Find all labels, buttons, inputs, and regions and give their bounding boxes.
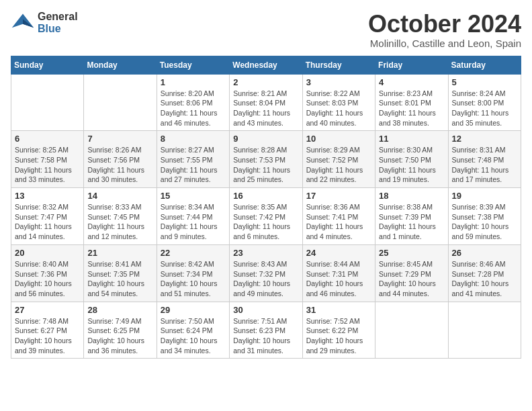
day-number: 31 — [306, 305, 371, 315]
calendar-cell — [375, 302, 448, 359]
day-number: 13 — [15, 191, 80, 201]
day-number: 3 — [306, 77, 371, 87]
day-number: 17 — [306, 191, 371, 201]
weekday-header: Saturday — [448, 56, 521, 74]
calendar-cell: 16Sunrise: 8:35 AM Sunset: 7:42 PM Dayli… — [230, 188, 302, 245]
calendar-week-row: 27Sunrise: 7:48 AM Sunset: 6:27 PM Dayli… — [11, 302, 521, 359]
day-info: Sunrise: 8:45 AM Sunset: 7:29 PM Dayligh… — [379, 259, 444, 299]
day-info: Sunrise: 7:49 AM Sunset: 6:25 PM Dayligh… — [87, 316, 152, 356]
day-number: 18 — [379, 191, 444, 201]
day-number: 14 — [87, 191, 152, 201]
calendar-week-row: 6Sunrise: 8:25 AM Sunset: 7:58 PM Daylig… — [11, 131, 521, 188]
day-info: Sunrise: 8:30 AM Sunset: 7:50 PM Dayligh… — [379, 145, 444, 185]
day-info: Sunrise: 8:39 AM Sunset: 7:38 PM Dayligh… — [452, 202, 517, 242]
day-number: 1 — [161, 77, 226, 87]
calendar-cell: 6Sunrise: 8:25 AM Sunset: 7:58 PM Daylig… — [11, 131, 84, 188]
calendar-cell: 12Sunrise: 8:31 AM Sunset: 7:48 PM Dayli… — [448, 131, 521, 188]
day-number: 24 — [306, 248, 371, 258]
calendar-cell: 15Sunrise: 8:34 AM Sunset: 7:44 PM Dayli… — [157, 188, 229, 245]
day-info: Sunrise: 8:31 AM Sunset: 7:48 PM Dayligh… — [452, 145, 517, 185]
calendar-cell: 8Sunrise: 8:27 AM Sunset: 7:55 PM Daylig… — [157, 131, 229, 188]
calendar-cell: 29Sunrise: 7:50 AM Sunset: 6:24 PM Dayli… — [157, 302, 229, 359]
day-number: 12 — [452, 134, 517, 144]
day-number: 26 — [452, 248, 517, 258]
calendar-cell: 21Sunrise: 8:41 AM Sunset: 7:35 PM Dayli… — [84, 244, 157, 302]
day-info: Sunrise: 8:42 AM Sunset: 7:34 PM Dayligh… — [161, 259, 226, 299]
day-info: Sunrise: 8:38 AM Sunset: 7:39 PM Dayligh… — [379, 202, 444, 242]
calendar-cell: 18Sunrise: 8:38 AM Sunset: 7:39 PM Dayli… — [375, 188, 448, 245]
calendar-cell: 13Sunrise: 8:32 AM Sunset: 7:47 PM Dayli… — [11, 188, 84, 245]
day-info: Sunrise: 8:29 AM Sunset: 7:52 PM Dayligh… — [306, 145, 371, 185]
day-number: 21 — [87, 248, 152, 258]
calendar-cell: 30Sunrise: 7:51 AM Sunset: 6:23 PM Dayli… — [230, 302, 302, 359]
day-number: 28 — [87, 305, 152, 315]
day-info: Sunrise: 8:44 AM Sunset: 7:31 PM Dayligh… — [306, 259, 371, 299]
day-info: Sunrise: 8:28 AM Sunset: 7:53 PM Dayligh… — [233, 145, 298, 185]
day-number: 20 — [15, 248, 80, 258]
calendar-cell: 2Sunrise: 8:21 AM Sunset: 8:04 PM Daylig… — [230, 74, 302, 131]
day-info: Sunrise: 7:50 AM Sunset: 6:24 PM Dayligh… — [161, 316, 226, 356]
calendar-cell — [448, 302, 521, 359]
calendar-week-row: 20Sunrise: 8:40 AM Sunset: 7:36 PM Dayli… — [11, 244, 521, 302]
day-number: 23 — [233, 248, 298, 258]
day-info: Sunrise: 8:32 AM Sunset: 7:47 PM Dayligh… — [15, 202, 80, 242]
header-row: SundayMondayTuesdayWednesdayThursdayFrid… — [11, 56, 521, 74]
day-number: 6 — [15, 134, 80, 144]
calendar-cell: 27Sunrise: 7:48 AM Sunset: 6:27 PM Dayli… — [11, 302, 84, 359]
day-number: 27 — [15, 305, 80, 315]
calendar-cell: 23Sunrise: 8:43 AM Sunset: 7:32 PM Dayli… — [230, 244, 302, 302]
day-info: Sunrise: 8:21 AM Sunset: 8:04 PM Dayligh… — [233, 89, 298, 128]
calendar-cell: 19Sunrise: 8:39 AM Sunset: 7:38 PM Dayli… — [448, 188, 521, 245]
day-info: Sunrise: 8:22 AM Sunset: 8:03 PM Dayligh… — [306, 89, 371, 128]
day-info: Sunrise: 8:33 AM Sunset: 7:45 PM Dayligh… — [87, 202, 152, 242]
day-info: Sunrise: 8:20 AM Sunset: 8:06 PM Dayligh… — [161, 89, 226, 128]
day-info: Sunrise: 7:51 AM Sunset: 6:23 PM Dayligh… — [233, 316, 298, 356]
day-number: 7 — [87, 134, 152, 144]
weekday-header: Thursday — [302, 56, 375, 74]
calendar-cell: 20Sunrise: 8:40 AM Sunset: 7:36 PM Dayli… — [11, 244, 84, 302]
calendar-cell: 1Sunrise: 8:20 AM Sunset: 8:06 PM Daylig… — [157, 74, 229, 131]
day-info: Sunrise: 8:27 AM Sunset: 7:55 PM Dayligh… — [161, 145, 226, 185]
day-number: 10 — [306, 134, 371, 144]
logo: General Blue — [11, 11, 78, 35]
day-info: Sunrise: 8:46 AM Sunset: 7:28 PM Dayligh… — [452, 259, 517, 299]
weekday-header: Tuesday — [157, 56, 229, 74]
weekday-header: Sunday — [11, 56, 84, 74]
calendar-header: SundayMondayTuesdayWednesdayThursdayFrid… — [11, 56, 521, 74]
calendar-cell: 10Sunrise: 8:29 AM Sunset: 7:52 PM Dayli… — [302, 131, 375, 188]
weekday-header: Monday — [84, 56, 157, 74]
day-info: Sunrise: 8:23 AM Sunset: 8:01 PM Dayligh… — [379, 89, 444, 128]
day-info: Sunrise: 8:34 AM Sunset: 7:44 PM Dayligh… — [161, 202, 226, 242]
calendar-cell: 14Sunrise: 8:33 AM Sunset: 7:45 PM Dayli… — [84, 188, 157, 245]
day-number: 2 — [233, 77, 298, 87]
logo-text: General Blue — [38, 11, 78, 35]
calendar-cell: 4Sunrise: 8:23 AM Sunset: 8:01 PM Daylig… — [375, 74, 448, 131]
day-info: Sunrise: 7:48 AM Sunset: 6:27 PM Dayligh… — [15, 316, 80, 356]
logo-icon — [11, 11, 35, 35]
calendar-cell: 22Sunrise: 8:42 AM Sunset: 7:34 PM Dayli… — [157, 244, 229, 302]
calendar-cell: 26Sunrise: 8:46 AM Sunset: 7:28 PM Dayli… — [448, 244, 521, 302]
calendar-cell: 5Sunrise: 8:24 AM Sunset: 8:00 PM Daylig… — [448, 74, 521, 131]
calendar-cell — [84, 74, 157, 131]
day-info: Sunrise: 8:35 AM Sunset: 7:42 PM Dayligh… — [233, 202, 298, 242]
calendar-week-row: 13Sunrise: 8:32 AM Sunset: 7:47 PM Dayli… — [11, 188, 521, 245]
calendar-cell: 24Sunrise: 8:44 AM Sunset: 7:31 PM Dayli… — [302, 244, 375, 302]
day-info: Sunrise: 7:52 AM Sunset: 6:22 PM Dayligh… — [306, 316, 371, 356]
day-number: 19 — [452, 191, 517, 201]
day-number: 30 — [233, 305, 298, 315]
day-number: 16 — [233, 191, 298, 201]
day-number: 11 — [379, 134, 444, 144]
calendar-cell: 17Sunrise: 8:36 AM Sunset: 7:41 PM Dayli… — [302, 188, 375, 245]
day-number: 9 — [233, 134, 298, 144]
page-title: October 2024 — [368, 11, 521, 38]
day-info: Sunrise: 8:41 AM Sunset: 7:35 PM Dayligh… — [87, 259, 152, 299]
page-subtitle: Molinillo, Castille and Leon, Spain — [368, 38, 521, 49]
page-header: General Blue October 2024 Molinillo, Cas… — [11, 11, 521, 49]
calendar-cell: 3Sunrise: 8:22 AM Sunset: 8:03 PM Daylig… — [302, 74, 375, 131]
calendar-cell: 9Sunrise: 8:28 AM Sunset: 7:53 PM Daylig… — [230, 131, 302, 188]
day-info: Sunrise: 8:26 AM Sunset: 7:56 PM Dayligh… — [87, 145, 152, 185]
weekday-header: Friday — [375, 56, 448, 74]
day-info: Sunrise: 8:25 AM Sunset: 7:58 PM Dayligh… — [15, 145, 80, 185]
calendar-cell: 31Sunrise: 7:52 AM Sunset: 6:22 PM Dayli… — [302, 302, 375, 359]
day-number: 15 — [161, 191, 226, 201]
